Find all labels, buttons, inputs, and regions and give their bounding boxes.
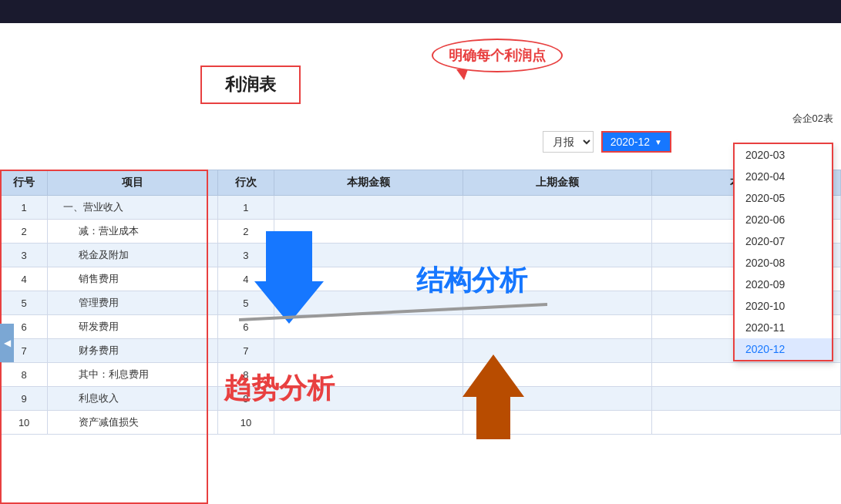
period-select[interactable]: 月报 季报 年报 xyxy=(543,131,594,153)
speech-bubble: 明确每个利润点 xyxy=(432,39,563,72)
col-header-row: 行次 xyxy=(217,170,274,196)
cell-prior xyxy=(463,363,652,387)
label-jiegou: 结构分析 xyxy=(416,262,527,300)
table-wrapper: 行号 项目 行次 本期金额 上期金额 本年金 1 一、营业收入 1 xyxy=(0,170,841,504)
cell-current xyxy=(274,220,463,244)
dropdown-item-2020-08[interactable]: 2020-08 xyxy=(735,252,832,274)
date-select-btn[interactable]: 2020-12 ▼ xyxy=(603,133,670,151)
table-row: 1 一、营业收入 1 xyxy=(1,196,841,220)
dropdown-item-2020-11[interactable]: 2020-11 xyxy=(735,317,832,338)
col-header-current: 本期金额 xyxy=(274,170,463,196)
cell-ytd xyxy=(652,363,841,387)
dropdown-item-2020-07[interactable]: 2020-07 xyxy=(735,230,832,252)
cell-prior xyxy=(463,339,652,363)
dropdown-item-2020-12[interactable]: 2020-12 xyxy=(735,338,832,360)
cell-current xyxy=(274,315,463,339)
col-header-num: 行号 xyxy=(1,170,48,196)
dropdown-item-2020-03[interactable]: 2020-03 xyxy=(735,144,832,166)
cell-row: 1 xyxy=(217,196,274,220)
cell-item: 销售费用 xyxy=(48,267,217,291)
cell-num: 9 xyxy=(1,387,48,411)
table-row: 2 减：营业成本 2 xyxy=(1,220,841,244)
cell-current xyxy=(274,339,463,363)
cell-prior xyxy=(463,411,652,435)
dropdown-item-2020-05[interactable]: 2020-05 xyxy=(735,187,832,209)
col-header-prior: 上期金额 xyxy=(463,170,652,196)
cell-row: 2 xyxy=(217,220,274,244)
scroll-left-btn[interactable]: ◀ xyxy=(0,324,14,362)
bubble-text: 明确每个利润点 xyxy=(449,48,546,63)
dropdown-item-2020-04[interactable]: 2020-04 xyxy=(735,166,832,187)
cell-item: 研发费用 xyxy=(48,315,217,339)
cell-num: 2 xyxy=(1,220,48,244)
cell-item: 一、营业收入 xyxy=(48,196,217,220)
cell-prior xyxy=(463,387,652,411)
table-row: 10 资产减值损失 10 xyxy=(1,411,841,435)
cell-num: 5 xyxy=(1,291,48,315)
cell-row: 7 xyxy=(217,339,274,363)
date-selected-value: 2020-12 xyxy=(611,136,650,148)
cell-row: 6 xyxy=(217,315,274,339)
dropdown-item-2020-10[interactable]: 2020-10 xyxy=(735,295,832,317)
cell-num: 4 xyxy=(1,267,48,291)
profit-table: 行号 项目 行次 本期金额 上期金额 本年金 1 一、营业收入 1 xyxy=(0,170,841,435)
cell-item: 管理费用 xyxy=(48,291,217,315)
table-row: 7 财务费用 7 xyxy=(1,339,841,363)
cell-item: 资产减值损失 xyxy=(48,411,217,435)
table-row: 9 利息收入 9 xyxy=(1,387,841,411)
cell-row: 10 xyxy=(217,411,274,435)
cell-ytd xyxy=(652,387,841,411)
table-row: 6 研发费用 6 xyxy=(1,315,841,339)
chevron-down-icon: ▼ xyxy=(654,138,662,146)
dropdown-item-2020-09[interactable]: 2020-09 xyxy=(735,274,832,295)
company-label: 会企02表 xyxy=(792,112,833,126)
cell-row: 5 xyxy=(217,291,274,315)
cell-item: 税金及附加 xyxy=(48,244,217,267)
cell-item: 财务费用 xyxy=(48,339,217,363)
date-dropdown[interactable]: 2020-03 2020-04 2020-05 2020-06 2020-07 … xyxy=(733,143,833,361)
cell-current xyxy=(274,411,463,435)
cell-prior xyxy=(463,196,652,220)
cell-num: 10 xyxy=(1,411,48,435)
table-row: 8 其中：利息费用 8 xyxy=(1,363,841,387)
col-header-item: 项目 xyxy=(48,170,217,196)
cell-prior xyxy=(463,315,652,339)
cell-num: 8 xyxy=(1,363,48,387)
cell-item: 减：营业成本 xyxy=(48,220,217,244)
cell-row: 3 xyxy=(217,244,274,267)
cell-prior xyxy=(463,220,652,244)
cell-num: 1 xyxy=(1,196,48,220)
cell-item: 利息收入 xyxy=(48,387,217,411)
cell-item: 其中：利息费用 xyxy=(48,363,217,387)
cell-ytd xyxy=(652,411,841,435)
dropdown-item-2020-06[interactable]: 2020-06 xyxy=(735,209,832,230)
top-bar xyxy=(0,0,841,23)
date-select-box[interactable]: 2020-12 ▼ xyxy=(601,131,671,153)
label-qushi: 趋势分析 xyxy=(224,370,335,408)
cell-current xyxy=(274,196,463,220)
cell-num: 3 xyxy=(1,244,48,267)
scroll-left-icon: ◀ xyxy=(4,338,11,348)
cell-row: 4 xyxy=(217,267,274,291)
page-title: 利润表 xyxy=(200,66,301,104)
